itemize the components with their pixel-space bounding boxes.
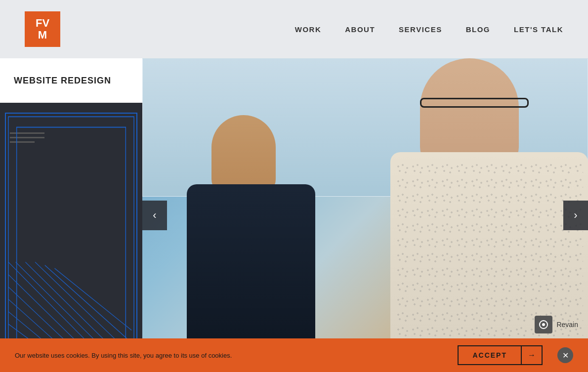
person-right-head (420, 58, 519, 167)
hero-slider: WEBSITE REDESIGN (0, 58, 588, 372)
main-nav: WORK ABOUT SERVICES BLOG LET'S TALK (295, 25, 563, 34)
cookie-close-button[interactable]: ✕ (557, 347, 573, 363)
cookie-banner: Our website uses cookies. By using this … (0, 338, 588, 372)
person-left-head (211, 115, 276, 194)
next-arrow-icon: › (574, 209, 577, 222)
cookie-message: Our website uses cookies. By using this … (15, 352, 443, 359)
svg-rect-1 (17, 127, 126, 348)
nav-work[interactable]: WORK (295, 25, 322, 34)
svg-line-12 (55, 268, 132, 330)
nav-services[interactable]: SERVICES (399, 25, 442, 34)
logo-text-2: M (38, 29, 47, 41)
prev-arrow-icon: ‹ (153, 209, 156, 222)
svg-point-14 (542, 323, 545, 326)
deco-svg (5, 113, 137, 362)
svg-rect-0 (8, 117, 134, 358)
person-left-body (182, 115, 320, 372)
slider-label: WEBSITE REDESIGN (14, 76, 111, 86)
nav-lets-talk[interactable]: LET'S TALK (514, 25, 563, 34)
nav-about[interactable]: ABOUT (345, 25, 375, 34)
revain-widget[interactable]: Revain (535, 316, 578, 333)
close-icon: ✕ (562, 351, 569, 360)
accept-arrow-icon: → (522, 346, 542, 364)
decorative-area (0, 103, 142, 372)
prev-arrow-button[interactable]: ‹ (142, 201, 167, 230)
glasses (420, 98, 529, 108)
revain-icon (535, 316, 552, 333)
logo-text: FV (36, 17, 49, 29)
next-arrow-button[interactable]: › (563, 201, 588, 230)
revain-label: Revain (556, 321, 578, 329)
accept-label: ACCEPT (459, 346, 522, 364)
nav-blog[interactable]: BLOG (466, 25, 490, 34)
header: FV M WORK ABOUT SERVICES BLOG LET'S TALK (0, 0, 588, 58)
logo[interactable]: FV M (25, 11, 60, 47)
slider-label-box: WEBSITE REDESIGN (0, 58, 142, 103)
accept-button[interactable]: ACCEPT → (458, 345, 543, 365)
slider-left-panel: WEBSITE REDESIGN (0, 58, 142, 372)
hero-image (142, 58, 588, 372)
